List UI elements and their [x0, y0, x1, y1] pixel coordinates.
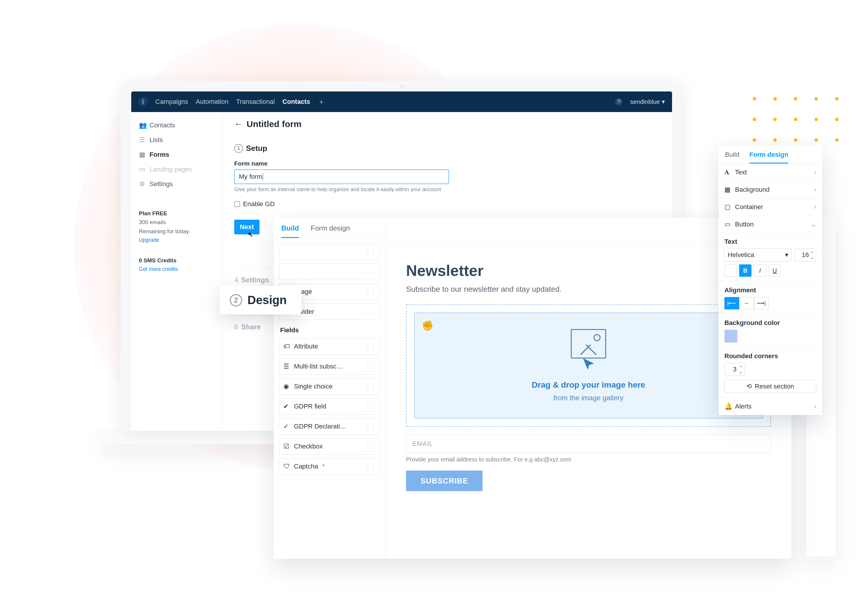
sidebar-item-lists[interactable]: ☰Lists [131, 133, 222, 147]
design-row-text[interactable]: AText› [719, 164, 822, 181]
form-name-value: My form [239, 173, 262, 181]
brand-logo-icon[interactable] [138, 97, 148, 107]
design-row-container[interactable]: ▢Container› [719, 198, 822, 216]
back-arrow-icon[interactable]: ← [234, 119, 242, 129]
enable-gdpr-label: Enable GD [243, 200, 275, 208]
sidebar-item-contacts[interactable]: 👥Contacts [131, 118, 222, 133]
block-gdpr-declaration[interactable]: ✓GDPR Declarati…⋮⋮ [279, 418, 380, 435]
button-icon: ▭ [724, 221, 731, 228]
help-icon[interactable]: ? [615, 98, 622, 105]
underline-button[interactable]: U [769, 264, 781, 277]
design-row-background[interactable]: ▦Background› [719, 181, 822, 198]
sidebar-item-label: Lists [149, 136, 163, 144]
nav-contacts[interactable]: Contacts [282, 98, 310, 105]
drag-handle-icon[interactable]: ⋮⋮ [365, 403, 377, 410]
email-input[interactable]: EMAIL [406, 434, 771, 453]
font-size-input[interactable]: 16▲▼ [794, 249, 816, 261]
sidebar-item-forms[interactable]: ▦Forms [131, 147, 222, 162]
subscribe-button[interactable]: SUBSCRIBE [406, 471, 482, 491]
block-label: Captcha [294, 463, 318, 470]
plan-summary: Plan FREE 300 emails Remaining for today… [131, 209, 222, 274]
chevron-right-icon: › [814, 203, 816, 211]
nav-add-icon[interactable]: ＋ [318, 97, 325, 107]
chevron-right-icon: › [814, 403, 816, 410]
form-name-label: Form name [234, 160, 660, 167]
drag-handle-icon[interactable]: ⋮⋮ [365, 269, 377, 275]
block-attribute[interactable]: 🏷Attribute⋮⋮ [279, 338, 380, 355]
bold-button[interactable]: B [739, 264, 752, 277]
chevron-right-icon: › [814, 168, 816, 176]
italic-button[interactable]: I [754, 264, 766, 277]
block-placeholder[interactable]: ⋮⋮ [279, 264, 380, 280]
account-menu[interactable]: sendinblue ▾ [630, 98, 665, 105]
drop-target-outline[interactable]: ✊ Drag & drop your image here from the i… [406, 304, 771, 427]
drag-handle-icon[interactable]: ⋮⋮ [365, 423, 377, 430]
stepper-icon[interactable]: ▲▼ [739, 365, 744, 374]
step-number-1: 1 [234, 144, 243, 153]
ptab-build[interactable]: Build [725, 151, 739, 164]
button-text-section: Text Helvetica▾ 16▲▼ B I U [719, 233, 822, 282]
bgcolor-swatch[interactable] [724, 330, 737, 343]
checkbox-icon[interactable] [234, 201, 240, 207]
drag-handle-icon[interactable]: ⋮⋮ [365, 383, 377, 389]
checkbox-icon: ☑ [284, 443, 290, 450]
page-icon: ▭ [139, 165, 145, 173]
image-dropzone[interactable]: ✊ Drag & drop your image here from the i… [414, 313, 763, 419]
tab-form-design[interactable]: Form design [311, 224, 350, 238]
sidebar-item-label: Settings [149, 180, 173, 188]
credits-link[interactable]: Get more credits [139, 265, 214, 274]
form-icon: ▦ [139, 151, 145, 159]
drag-handle-icon[interactable]: ⋮⋮ [365, 309, 377, 315]
chevron-down-icon: ▾ [662, 98, 665, 105]
font-family-select[interactable]: Helvetica▾ [724, 249, 792, 261]
next-button[interactable]: Next ↖ [234, 220, 259, 234]
block-single-choice[interactable]: ◉Single choice⋮⋮ [279, 378, 380, 395]
align-right-button[interactable]: ⟶| [754, 297, 769, 309]
enable-gdpr-row[interactable]: Enable GD [234, 200, 660, 208]
page-header: ← Untitled form [234, 119, 660, 129]
sidebar-item-landing[interactable]: ▭Landing pages [131, 162, 222, 177]
gear-icon: ⚙ [139, 180, 145, 188]
text-icon: A [724, 168, 731, 176]
sidebar-item-settings[interactable]: ⚙Settings [131, 177, 222, 192]
shield-icon: 🛡 [284, 463, 290, 470]
check-icon: ✔ [284, 403, 290, 410]
upgrade-link[interactable]: Upgrade [139, 236, 214, 244]
nav-campaigns[interactable]: Campaigns [155, 98, 188, 105]
block-multilist[interactable]: ☰Multi-list subsc…⋮⋮ [279, 358, 380, 375]
align-center-button[interactable]: ↔ [739, 297, 754, 309]
design-row-button[interactable]: ▭Button⌄ [719, 216, 822, 233]
cursor-icon: ↖ [248, 231, 253, 238]
drag-handle-icon[interactable]: ⋮⋮ [365, 289, 377, 295]
design-row-label: Container [735, 203, 763, 211]
top-nav: Campaigns Automation Transactional Conta… [131, 91, 672, 112]
reset-section-button[interactable]: ⟲Reset section [724, 380, 816, 393]
design-row-label: Background [735, 186, 769, 193]
drag-handle-icon[interactable]: ⋮⋮ [365, 249, 377, 255]
block-placeholder[interactable]: ⋮⋮ [279, 244, 380, 260]
form-name-input[interactable]: My form [234, 169, 449, 184]
builder-block-list: ⋮⋮ ⋮⋮ 🖼Image⋮⋮ —Divider⋮⋮ Fields 🏷Attrib… [274, 238, 385, 480]
drag-handle-icon[interactable]: ⋮⋮ [365, 443, 377, 450]
preview-subtitle: Subscribe to our newsletter and stay upd… [406, 285, 771, 294]
step-label: Share [241, 323, 261, 331]
alignment-label: Alignment [724, 286, 816, 294]
nav-automation[interactable]: Automation [196, 98, 228, 105]
ptab-form-design[interactable]: Form design [749, 151, 788, 164]
drag-handle-icon[interactable]: ⋮⋮ [365, 463, 377, 470]
block-checkbox[interactable]: ☑Checkbox⋮⋮ [279, 438, 380, 455]
drag-handle-icon[interactable]: ⋮⋮ [365, 363, 377, 370]
rounded-corners-input[interactable]: 3▲▼ [724, 363, 745, 376]
nav-transactional[interactable]: Transactional [236, 98, 275, 105]
block-gdpr-field[interactable]: ✔GDPR field⋮⋮ [279, 398, 380, 415]
color-swatch-button[interactable] [724, 264, 737, 277]
design-row-alerts[interactable]: 🔔Alerts› [719, 398, 822, 415]
tab-build[interactable]: Build [281, 224, 299, 238]
chevron-down-icon: ⌄ [811, 221, 816, 228]
block-label: Checkbox [294, 443, 323, 450]
stepper-icon[interactable]: ▲▼ [811, 250, 815, 260]
block-captcha[interactable]: 🛡Captcha *⋮⋮ [279, 458, 380, 474]
align-left-button[interactable]: |⟵ [724, 297, 739, 309]
tag-icon: 🏷 [284, 343, 290, 350]
drag-handle-icon[interactable]: ⋮⋮ [365, 343, 377, 350]
